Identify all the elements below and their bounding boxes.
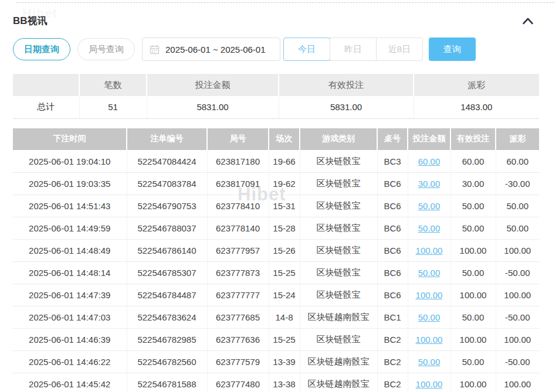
session-cell: 19-62 bbox=[269, 173, 300, 195]
payout-cell: 50.00 bbox=[496, 195, 539, 217]
bet-time-cell: 2025-06-01 19:04:10 bbox=[13, 151, 127, 173]
session-cell: 13-38 bbox=[269, 373, 300, 392]
quick-range-today[interactable]: 今日 bbox=[283, 38, 330, 61]
bet-amount-cell: 100.00 bbox=[408, 240, 450, 262]
order-number-cell: 522546788037 bbox=[127, 217, 207, 240]
game-type-cell: 区块链骰宝 bbox=[300, 262, 377, 284]
order-number-cell: 522547084424 bbox=[127, 151, 207, 173]
summary-bet-amount-value: 5831.00 bbox=[147, 96, 279, 118]
summary-total-label: 总计 bbox=[13, 96, 79, 118]
table-number-cell: BC1 bbox=[377, 306, 408, 329]
bet-amount-link[interactable]: 50.00 bbox=[418, 357, 441, 367]
game-type-cell: 区块链骰宝 bbox=[300, 173, 377, 195]
table-number-cell: BC6 bbox=[377, 173, 408, 195]
col-header-payout: 派彩 bbox=[496, 128, 539, 151]
table-number-cell: BC2 bbox=[377, 329, 408, 351]
game-type-cell: 区块链骰宝 bbox=[300, 217, 377, 240]
bet-amount-link[interactable]: 100.00 bbox=[416, 335, 443, 345]
valid-bet-cell: 50.00 bbox=[450, 217, 496, 240]
table-row: 2025-06-01 14:48:14522546785307623777873… bbox=[13, 262, 539, 284]
round-number-cell: 623817180 bbox=[207, 151, 269, 173]
order-number-cell: 522546784487 bbox=[127, 284, 207, 306]
session-cell: 15-28 bbox=[269, 217, 300, 240]
bet-time-cell: 2025-06-01 14:48:14 bbox=[13, 262, 127, 284]
bet-time-cell: 2025-06-01 14:47:39 bbox=[13, 284, 127, 306]
payout-cell: -50.00 bbox=[496, 351, 539, 373]
valid-bet-cell: 50.00 bbox=[450, 306, 496, 329]
payout-cell: 100.00 bbox=[496, 240, 539, 262]
col-header-valid-bet: 有效投注 bbox=[450, 128, 496, 151]
bet-time-cell: 2025-06-01 14:46:22 bbox=[13, 351, 127, 373]
valid-bet-cell: 50.00 bbox=[450, 195, 496, 217]
date-range-value: 2025-06-01 ~ 2025-06-01 bbox=[165, 45, 266, 54]
table-number-cell: BC3 bbox=[377, 151, 408, 173]
table-number-cell: BC2 bbox=[377, 373, 408, 392]
game-type-cell: 区块链骰宝 bbox=[300, 240, 377, 262]
bet-amount-link[interactable]: 30.00 bbox=[418, 179, 441, 189]
summary-header-row: 笔数 投注金额 有效投注 派彩 bbox=[13, 74, 539, 96]
bet-amount-link[interactable]: 100.00 bbox=[416, 246, 443, 255]
round-number-cell: 623817091 bbox=[207, 173, 269, 195]
payout-cell: 100.00 bbox=[496, 329, 539, 351]
section-header: BB视讯 bbox=[13, 13, 539, 28]
bet-amount-link[interactable]: 60.00 bbox=[418, 156, 441, 166]
session-cell: 15-25 bbox=[269, 262, 300, 284]
order-number-cell: 522546781588 bbox=[127, 373, 207, 392]
order-number-cell: 522546783624 bbox=[127, 306, 207, 329]
bet-amount-cell: 50.00 bbox=[408, 262, 450, 284]
bet-time-cell: 2025-06-01 14:45:42 bbox=[13, 373, 127, 392]
game-type-cell: 区块链骰宝 bbox=[300, 284, 377, 306]
game-type-cell: 区块链越南骰宝 bbox=[300, 351, 377, 373]
bet-amount-cell: 100.00 bbox=[408, 284, 450, 306]
order-number-cell: 522546790753 bbox=[127, 195, 207, 217]
game-type-cell: 区块链骰宝 bbox=[300, 151, 377, 173]
date-range-input[interactable]: 2025-06-01 ~ 2025-06-01 bbox=[142, 38, 280, 61]
valid-bet-cell: 50.00 bbox=[450, 351, 496, 373]
collapse-section-button[interactable] bbox=[520, 15, 536, 26]
round-query-tab[interactable]: 局号查询 bbox=[77, 38, 135, 60]
bet-amount-link[interactable]: 50.00 bbox=[418, 201, 441, 211]
quick-range-yesterday[interactable]: 昨日 bbox=[330, 38, 376, 60]
table-row: 2025-06-01 14:46:39522546782985623777636… bbox=[13, 329, 539, 351]
payout-cell: -30.00 bbox=[496, 173, 539, 195]
summary-col-count: 笔数 bbox=[79, 74, 147, 96]
valid-bet-cell: 100.00 bbox=[450, 329, 496, 351]
bet-amount-link[interactable]: 50.00 bbox=[418, 268, 441, 278]
round-number-cell: 623777579 bbox=[207, 351, 269, 373]
table-row: 2025-06-01 14:47:03522546783624623777685… bbox=[13, 306, 539, 329]
search-button[interactable]: 查询 bbox=[429, 38, 476, 61]
table-row: 2025-06-01 14:47:39522546784487623777777… bbox=[13, 284, 539, 306]
summary-total-row: 总计 51 5831.00 5831.00 1483.00 bbox=[13, 96, 539, 118]
session-cell: 15-31 bbox=[269, 195, 300, 217]
payout-cell: 100.00 bbox=[496, 373, 539, 392]
bet-time-cell: 2025-06-01 14:46:39 bbox=[13, 329, 127, 351]
col-header-session: 场次 bbox=[269, 128, 300, 151]
session-cell: 13-39 bbox=[269, 351, 300, 373]
table-number-cell: BC6 bbox=[377, 262, 408, 284]
table-number-cell: BC2 bbox=[377, 351, 408, 373]
bet-amount-link[interactable]: 100.00 bbox=[416, 290, 443, 300]
table-row: 2025-06-01 14:45:42522546781588623777480… bbox=[13, 373, 539, 392]
summary-valid-bet-value: 5831.00 bbox=[279, 96, 414, 118]
date-query-tab[interactable]: 日期查询 bbox=[13, 38, 70, 60]
bet-amount-link[interactable]: 100.00 bbox=[416, 379, 443, 389]
bet-amount-cell: 50.00 bbox=[408, 351, 450, 373]
quick-range-last8days[interactable]: 近8日 bbox=[376, 38, 422, 60]
game-type-cell: 区块链越南骰宝 bbox=[300, 306, 377, 329]
bet-amount-link[interactable]: 50.00 bbox=[418, 223, 441, 233]
round-number-cell: 623777685 bbox=[207, 306, 269, 329]
order-number-cell: 522547083784 bbox=[127, 173, 207, 195]
col-header-game-type: 游戏类别 bbox=[300, 128, 377, 151]
bet-amount-cell: 30.00 bbox=[408, 173, 450, 195]
game-type-cell: 区块链骰宝 bbox=[300, 329, 377, 351]
bet-time-cell: 2025-06-01 14:49:59 bbox=[13, 217, 127, 240]
table-row: 2025-06-01 19:03:35522547083784623817091… bbox=[13, 173, 539, 195]
bet-time-cell: 2025-06-01 14:47:03 bbox=[13, 306, 127, 329]
records-body: 2025-06-01 19:04:10522547084424623817180… bbox=[13, 151, 539, 392]
table-row: 2025-06-01 14:48:49522546786140623777957… bbox=[13, 240, 539, 262]
col-header-round-number: 局号 bbox=[207, 128, 269, 151]
bet-amount-link[interactable]: 50.00 bbox=[418, 312, 441, 322]
table-row: 2025-06-01 14:49:59522546788037623778140… bbox=[13, 217, 539, 240]
summary-table: 笔数 投注金额 有效投注 派彩 总计 51 5831.00 5831.00 14… bbox=[13, 74, 539, 119]
table-row: 2025-06-01 14:46:22522546782560623777579… bbox=[13, 351, 539, 373]
